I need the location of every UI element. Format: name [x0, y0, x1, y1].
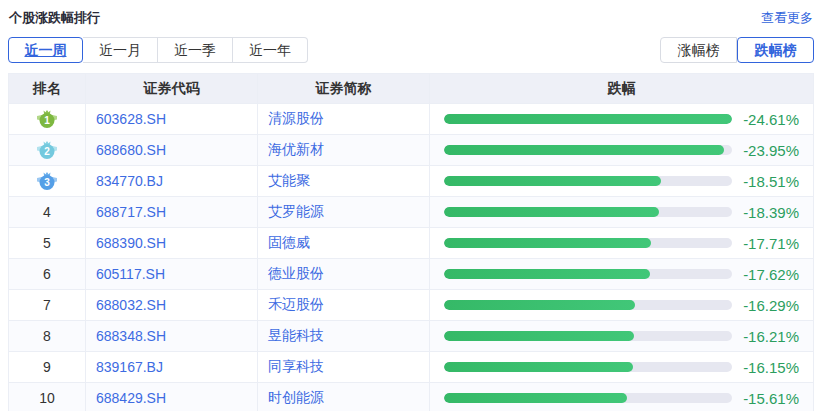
change-cell: -23.95% — [430, 135, 814, 166]
rank-medal-icon: 2 — [36, 140, 58, 160]
board-tab-1[interactable]: 跌幅榜 — [737, 37, 814, 63]
col-header-rank: 排名 — [9, 74, 86, 104]
change-bar-track — [444, 207, 732, 217]
stock-name-link[interactable]: 清源股份 — [258, 104, 430, 135]
change-cell: -17.62% — [430, 259, 814, 290]
change-bar-fill — [444, 207, 659, 217]
rank-cell: 3 — [9, 166, 86, 197]
stock-name-link[interactable]: 同享科技 — [258, 352, 430, 383]
panel-header: 个股涨跌幅排行 查看更多 — [0, 0, 822, 27]
stock-code-link[interactable]: 605117.SH — [86, 259, 258, 290]
change-bar-track — [444, 114, 732, 124]
table-row: 4688717.SH艾罗能源-18.39% — [9, 197, 814, 228]
toolbar: 近一周近一月近一季近一年 涨幅榜跌幅榜 — [0, 37, 822, 63]
change-bar-fill — [444, 176, 661, 186]
change-percent: -17.71% — [732, 235, 799, 252]
change-bar-track — [444, 331, 732, 341]
table-row: 3834770.BJ艾能聚-18.51% — [9, 166, 814, 197]
stock-code-link[interactable]: 688348.SH — [86, 321, 258, 352]
period-tab-3[interactable]: 近一年 — [233, 37, 308, 63]
svg-text:1: 1 — [44, 115, 50, 126]
change-percent: -24.61% — [732, 111, 799, 128]
stock-name-link[interactable]: 禾迈股份 — [258, 290, 430, 321]
change-percent: -15.61% — [732, 390, 799, 407]
table-row: 5688390.SH固德威-17.71% — [9, 228, 814, 259]
period-tab-1[interactable]: 近一月 — [83, 37, 158, 63]
stock-name-link[interactable]: 固德威 — [258, 228, 430, 259]
change-percent: -18.51% — [732, 173, 799, 190]
rank-cell: 7 — [9, 290, 86, 321]
stock-ranking-panel: 个股涨跌幅排行 查看更多 近一周近一月近一季近一年 涨幅榜跌幅榜 排名 证券代码… — [0, 0, 822, 411]
table-row: 6605117.SH德业股份-17.62% — [9, 259, 814, 290]
view-more-link[interactable]: 查看更多 — [761, 9, 813, 27]
rank-cell: 2 — [9, 135, 86, 166]
change-bar-track — [444, 269, 732, 279]
change-bar-fill — [444, 393, 627, 403]
table-row: 2688680.SH海优新材-23.95% — [9, 135, 814, 166]
change-percent: -16.15% — [732, 359, 799, 376]
stock-name-link[interactable]: 昱能科技 — [258, 321, 430, 352]
change-cell: -16.29% — [430, 290, 814, 321]
rank-cell: 1 — [9, 104, 86, 135]
stock-code-link[interactable]: 688390.SH — [86, 228, 258, 259]
rank-cell: 4 — [9, 197, 86, 228]
stock-code-link[interactable]: 688032.SH — [86, 290, 258, 321]
change-bar-fill — [444, 362, 633, 372]
change-bar-fill — [444, 300, 635, 310]
col-header-code: 证券代码 — [86, 74, 258, 104]
change-bar-fill — [444, 331, 634, 341]
stock-name-link[interactable]: 艾能聚 — [258, 166, 430, 197]
col-header-name: 证券简称 — [258, 74, 430, 104]
table-header-row: 排名 证券代码 证券简称 跌幅 — [9, 74, 814, 104]
period-tab-0[interactable]: 近一周 — [8, 37, 83, 63]
change-bar-track — [444, 300, 732, 310]
change-bar-fill — [444, 238, 651, 248]
col-header-change: 跌幅 — [430, 74, 814, 104]
stock-name-link[interactable]: 德业股份 — [258, 259, 430, 290]
change-bar-fill — [444, 269, 650, 279]
stock-code-link[interactable]: 688680.SH — [86, 135, 258, 166]
period-tab-2[interactable]: 近一季 — [158, 37, 233, 63]
stock-code-link[interactable]: 839167.BJ — [86, 352, 258, 383]
change-bar-track — [444, 238, 732, 248]
change-bar-track — [444, 176, 732, 186]
change-bar-fill — [444, 145, 724, 155]
rank-cell: 5 — [9, 228, 86, 259]
period-tabs: 近一周近一月近一季近一年 — [8, 37, 308, 63]
rank-cell: 9 — [9, 352, 86, 383]
page-title: 个股涨跌幅排行 — [9, 9, 100, 27]
rank-medal-icon: 3 — [36, 171, 58, 191]
change-cell: -18.39% — [430, 197, 814, 228]
change-bar-fill — [444, 114, 732, 124]
change-percent: -16.29% — [732, 297, 799, 314]
change-cell: -16.15% — [430, 352, 814, 383]
table-row: 7688032.SH禾迈股份-16.29% — [9, 290, 814, 321]
table-row: 8688348.SH昱能科技-16.21% — [9, 321, 814, 352]
change-percent: -23.95% — [732, 142, 799, 159]
stock-name-link[interactable]: 艾罗能源 — [258, 197, 430, 228]
stock-code-link[interactable]: 603628.SH — [86, 104, 258, 135]
svg-text:2: 2 — [44, 146, 50, 157]
change-percent: -17.62% — [732, 266, 799, 283]
svg-text:3: 3 — [44, 177, 50, 188]
rank-cell: 10 — [9, 383, 86, 411]
change-percent: -16.21% — [732, 328, 799, 345]
change-percent: -18.39% — [732, 204, 799, 221]
board-tab-0[interactable]: 涨幅榜 — [660, 37, 737, 63]
stock-code-link[interactable]: 688717.SH — [86, 197, 258, 228]
ranking-table: 排名 证券代码 证券简称 跌幅 1603628.SH清源股份-24.61%268… — [8, 73, 814, 411]
stock-name-link[interactable]: 时创能源 — [258, 383, 430, 411]
stock-code-link[interactable]: 834770.BJ — [86, 166, 258, 197]
change-bar-track — [444, 145, 732, 155]
rank-cell: 8 — [9, 321, 86, 352]
table-row: 9839167.BJ同享科技-16.15% — [9, 352, 814, 383]
change-cell: -18.51% — [430, 166, 814, 197]
change-cell: -16.21% — [430, 321, 814, 352]
change-cell: -24.61% — [430, 104, 814, 135]
change-cell: -17.71% — [430, 228, 814, 259]
change-bar-track — [444, 393, 732, 403]
table-row: 1603628.SH清源股份-24.61% — [9, 104, 814, 135]
stock-name-link[interactable]: 海优新材 — [258, 135, 430, 166]
table-row: 10688429.SH时创能源-15.61% — [9, 383, 814, 411]
stock-code-link[interactable]: 688429.SH — [86, 383, 258, 411]
